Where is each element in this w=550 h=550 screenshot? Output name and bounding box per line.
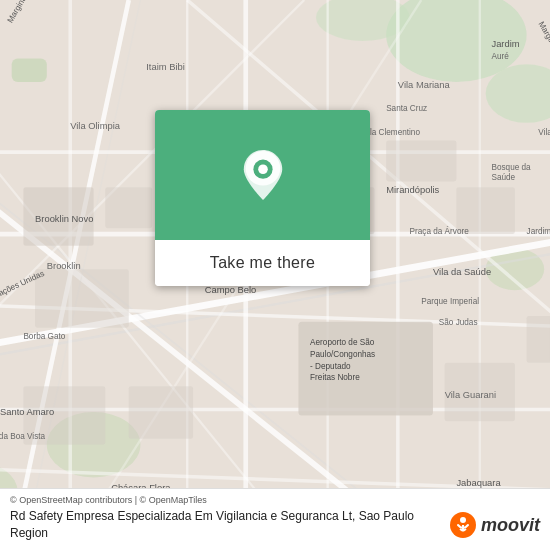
svg-text:Jardim: Jardim <box>491 39 519 49</box>
map-attribution: © OpenStreetMap contributors | © OpenMap… <box>10 495 540 505</box>
svg-text:Jabaquara: Jabaquara <box>456 478 501 488</box>
svg-text:Bosque da: Bosque da <box>491 163 531 172</box>
svg-text:São Judas: São Judas <box>439 318 478 327</box>
svg-text:Parque Imperial: Parque Imperial <box>421 297 479 306</box>
svg-text:Itaim Bibi: Itaim Bibi <box>146 62 185 72</box>
svg-text:Aeroporto de São: Aeroporto de São <box>310 338 375 347</box>
svg-text:- Deputado: - Deputado <box>310 362 351 371</box>
svg-text:Vila Guarani: Vila Guarani <box>445 390 496 400</box>
svg-text:Vila Mariana: Vila Mariana <box>398 80 451 90</box>
svg-text:Paulo/Congonhas: Paulo/Congonhas <box>310 350 375 359</box>
svg-text:Praça da Árvore: Praça da Árvore <box>410 226 470 236</box>
svg-text:Brooklin: Brooklin <box>47 261 81 271</box>
svg-point-76 <box>258 164 268 174</box>
svg-text:Vila Clementino: Vila Clementino <box>363 128 421 137</box>
svg-rect-38 <box>129 386 193 439</box>
svg-rect-33 <box>35 269 129 328</box>
svg-text:Mirandópolis: Mirandópolis <box>386 185 439 195</box>
card-map-preview <box>155 110 370 240</box>
svg-rect-32 <box>105 187 152 228</box>
location-name-text: Rd Safety Empresa Especializada Em Vigil… <box>10 508 441 542</box>
svg-rect-40 <box>527 316 550 363</box>
moovit-logo: moovit <box>449 511 540 539</box>
svg-text:Vila Gume: Vila Gume <box>538 128 550 137</box>
location-card: Take me there <box>155 110 370 286</box>
svg-text:Vila da Saúde: Vila da Saúde <box>433 267 491 277</box>
svg-text:Auré: Auré <box>491 52 509 61</box>
svg-text:Santa Cruz: Santa Cruz <box>386 104 427 113</box>
svg-rect-35 <box>386 140 456 181</box>
map-container: Itaim Bibi Vila Olimpia Vila Mariana San… <box>0 0 550 550</box>
svg-rect-4 <box>12 59 47 82</box>
svg-text:Borba Gato: Borba Gato <box>23 332 65 341</box>
bottom-info-bar: © OpenStreetMap contributors | © OpenMap… <box>0 488 550 550</box>
svg-text:Jardim: Jardim <box>527 227 550 236</box>
svg-text:Alto da Boa Vista: Alto da Boa Vista <box>0 432 46 441</box>
moovit-icon <box>449 511 477 539</box>
svg-text:Brooklin Novo: Brooklin Novo <box>35 214 93 224</box>
moovit-brand-text: moovit <box>481 515 540 536</box>
svg-text:Vila Olimpia: Vila Olimpia <box>70 121 121 131</box>
take-me-there-button[interactable]: Take me there <box>155 240 370 286</box>
svg-text:Saúde: Saúde <box>491 173 515 182</box>
svg-text:Campo Belo: Campo Belo <box>205 285 257 295</box>
location-pin-icon <box>242 150 284 200</box>
svg-text:Santo Amaro: Santo Amaro <box>0 407 54 417</box>
svg-point-78 <box>460 517 466 523</box>
svg-text:Freitas Nobre: Freitas Nobre <box>310 373 360 382</box>
location-info-row: Rd Safety Empresa Especializada Em Vigil… <box>10 508 540 542</box>
